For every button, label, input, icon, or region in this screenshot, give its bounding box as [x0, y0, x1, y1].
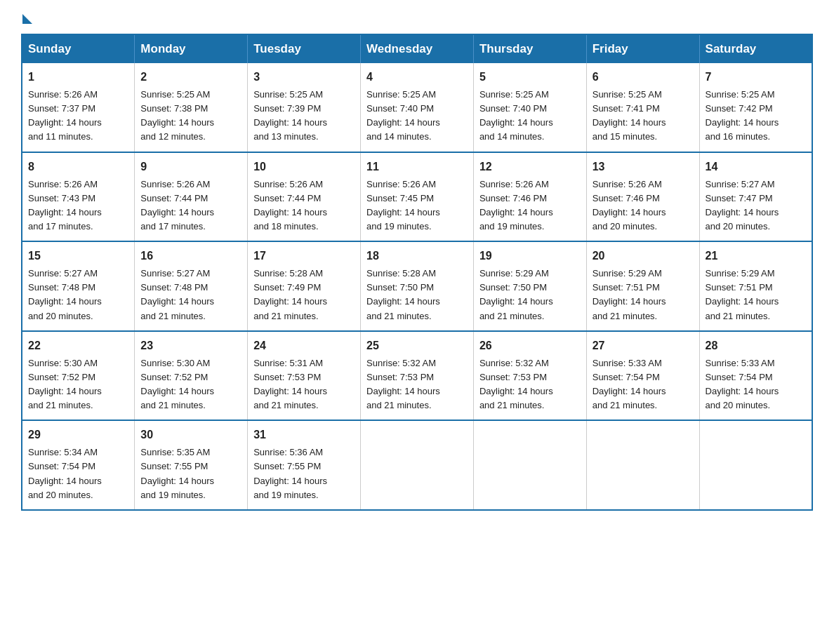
calendar-cell: 25 Sunrise: 5:32 AMSunset: 7:53 PMDaylig…: [361, 331, 474, 421]
day-number: 3: [253, 69, 355, 86]
weekday-header-tuesday: Tuesday: [248, 34, 361, 63]
day-number: 11: [366, 159, 468, 175]
day-number: 22: [28, 337, 128, 354]
calendar-cell: 22 Sunrise: 5:30 AMSunset: 7:52 PMDaylig…: [22, 331, 135, 421]
day-number: 12: [479, 159, 581, 175]
calendar-cell: 28 Sunrise: 5:33 AMSunset: 7:54 PMDaylig…: [699, 331, 812, 421]
calendar-cell: 1 Sunrise: 5:26 AMSunset: 7:37 PMDayligh…: [22, 63, 135, 152]
day-number: 2: [140, 69, 241, 86]
calendar-cell: [586, 420, 699, 510]
calendar-cell: 29 Sunrise: 5:34 AMSunset: 7:54 PMDaylig…: [22, 420, 135, 510]
day-info: Sunrise: 5:34 AMSunset: 7:54 PMDaylight:…: [28, 447, 102, 499]
day-info: Sunrise: 5:32 AMSunset: 7:53 PMDaylight:…: [479, 358, 553, 410]
weekday-header-wednesday: Wednesday: [361, 34, 474, 63]
calendar-cell: 8 Sunrise: 5:26 AMSunset: 7:43 PMDayligh…: [22, 152, 135, 242]
day-info: Sunrise: 5:26 AMSunset: 7:45 PMDaylight:…: [366, 179, 440, 232]
day-info: Sunrise: 5:26 AMSunset: 7:44 PMDaylight:…: [253, 179, 327, 232]
day-info: Sunrise: 5:28 AMSunset: 7:49 PMDaylight:…: [253, 268, 327, 321]
day-info: Sunrise: 5:30 AMSunset: 7:52 PMDaylight:…: [28, 358, 102, 410]
day-info: Sunrise: 5:29 AMSunset: 7:51 PMDaylight:…: [593, 268, 666, 321]
day-number: 24: [253, 337, 355, 354]
calendar-cell: 19 Sunrise: 5:29 AMSunset: 7:50 PMDaylig…: [473, 241, 586, 331]
day-number: 29: [28, 427, 128, 443]
day-number: 21: [706, 248, 806, 264]
day-info: Sunrise: 5:35 AMSunset: 7:55 PMDaylight:…: [140, 447, 214, 499]
day-number: 17: [253, 248, 355, 264]
day-number: 18: [366, 248, 468, 264]
day-number: 30: [140, 427, 241, 443]
calendar-cell: 15 Sunrise: 5:27 AMSunset: 7:48 PMDaylig…: [22, 241, 135, 331]
day-info: Sunrise: 5:32 AMSunset: 7:53 PMDaylight:…: [366, 358, 440, 410]
calendar-cell: 5 Sunrise: 5:25 AMSunset: 7:40 PMDayligh…: [473, 63, 586, 152]
weekday-header-monday: Monday: [135, 34, 248, 63]
calendar-body: 1 Sunrise: 5:26 AMSunset: 7:37 PMDayligh…: [22, 63, 812, 510]
calendar-cell: 9 Sunrise: 5:26 AMSunset: 7:44 PMDayligh…: [135, 152, 248, 242]
calendar-cell: 23 Sunrise: 5:30 AMSunset: 7:52 PMDaylig…: [135, 331, 248, 421]
day-info: Sunrise: 5:26 AMSunset: 7:44 PMDaylight:…: [140, 179, 214, 232]
calendar-cell: 12 Sunrise: 5:26 AMSunset: 7:46 PMDaylig…: [473, 152, 586, 242]
day-info: Sunrise: 5:25 AMSunset: 7:39 PMDaylight:…: [253, 89, 327, 142]
calendar-cell: 27 Sunrise: 5:33 AMSunset: 7:54 PMDaylig…: [586, 331, 699, 421]
day-info: Sunrise: 5:26 AMSunset: 7:46 PMDaylight:…: [479, 179, 553, 232]
weekday-header-saturday: Saturday: [699, 34, 812, 63]
day-info: Sunrise: 5:29 AMSunset: 7:50 PMDaylight:…: [479, 268, 553, 321]
day-info: Sunrise: 5:25 AMSunset: 7:41 PMDaylight:…: [593, 89, 666, 142]
weekday-header-thursday: Thursday: [473, 34, 586, 63]
calendar-cell: [473, 420, 586, 510]
day-number: 19: [479, 248, 581, 264]
day-number: 23: [140, 337, 241, 354]
day-info: Sunrise: 5:25 AMSunset: 7:40 PMDaylight:…: [366, 89, 440, 142]
calendar-table: SundayMondayTuesdayWednesdayThursdayFrid…: [21, 34, 813, 511]
day-info: Sunrise: 5:36 AMSunset: 7:55 PMDaylight:…: [253, 447, 327, 499]
day-info: Sunrise: 5:26 AMSunset: 7:46 PMDaylight:…: [593, 179, 666, 232]
calendar-cell: 7 Sunrise: 5:25 AMSunset: 7:42 PMDayligh…: [699, 63, 812, 152]
calendar-cell: [361, 420, 474, 510]
calendar-cell: 31 Sunrise: 5:36 AMSunset: 7:55 PMDaylig…: [248, 420, 361, 510]
day-number: 7: [706, 69, 806, 86]
calendar-cell: 14 Sunrise: 5:27 AMSunset: 7:47 PMDaylig…: [699, 152, 812, 242]
day-info: Sunrise: 5:27 AMSunset: 7:47 PMDaylight:…: [706, 179, 779, 232]
day-number: 31: [253, 427, 355, 443]
calendar-cell: 30 Sunrise: 5:35 AMSunset: 7:55 PMDaylig…: [135, 420, 248, 510]
calendar-cell: 16 Sunrise: 5:27 AMSunset: 7:48 PMDaylig…: [135, 241, 248, 331]
calendar-cell: [699, 420, 812, 510]
day-number: 16: [140, 248, 241, 264]
weekday-header-row: SundayMondayTuesdayWednesdayThursdayFrid…: [22, 34, 812, 63]
day-number: 25: [366, 337, 468, 354]
day-number: 10: [253, 159, 355, 175]
day-number: 1: [28, 69, 128, 86]
calendar-week-row: 15 Sunrise: 5:27 AMSunset: 7:48 PMDaylig…: [22, 241, 812, 331]
weekday-header-sunday: Sunday: [22, 34, 135, 63]
calendar-cell: 17 Sunrise: 5:28 AMSunset: 7:49 PMDaylig…: [248, 241, 361, 331]
day-info: Sunrise: 5:29 AMSunset: 7:51 PMDaylight:…: [706, 268, 779, 321]
day-number: 4: [366, 69, 468, 86]
weekday-header-friday: Friday: [586, 34, 699, 63]
calendar-cell: 13 Sunrise: 5:26 AMSunset: 7:46 PMDaylig…: [586, 152, 699, 242]
day-number: 20: [593, 248, 694, 264]
day-number: 27: [593, 337, 694, 354]
calendar-cell: 20 Sunrise: 5:29 AMSunset: 7:51 PMDaylig…: [586, 241, 699, 331]
day-number: 8: [28, 159, 128, 175]
day-info: Sunrise: 5:25 AMSunset: 7:40 PMDaylight:…: [479, 89, 553, 142]
page-header: [21, 14, 813, 27]
calendar-header: SundayMondayTuesdayWednesdayThursdayFrid…: [22, 34, 812, 63]
day-info: Sunrise: 5:30 AMSunset: 7:52 PMDaylight:…: [140, 358, 214, 410]
day-info: Sunrise: 5:33 AMSunset: 7:54 PMDaylight:…: [706, 358, 779, 410]
calendar-cell: 24 Sunrise: 5:31 AMSunset: 7:53 PMDaylig…: [248, 331, 361, 421]
calendar-cell: 2 Sunrise: 5:25 AMSunset: 7:38 PMDayligh…: [135, 63, 248, 152]
day-info: Sunrise: 5:26 AMSunset: 7:43 PMDaylight:…: [28, 179, 102, 232]
day-number: 9: [140, 159, 241, 175]
day-number: 6: [593, 69, 694, 86]
calendar-cell: 11 Sunrise: 5:26 AMSunset: 7:45 PMDaylig…: [361, 152, 474, 242]
calendar-cell: 26 Sunrise: 5:32 AMSunset: 7:53 PMDaylig…: [473, 331, 586, 421]
calendar-week-row: 22 Sunrise: 5:30 AMSunset: 7:52 PMDaylig…: [22, 331, 812, 421]
logo-arrow-icon: [22, 14, 32, 24]
day-number: 26: [479, 337, 581, 354]
day-info: Sunrise: 5:25 AMSunset: 7:38 PMDaylight:…: [140, 89, 214, 142]
calendar-week-row: 1 Sunrise: 5:26 AMSunset: 7:37 PMDayligh…: [22, 63, 812, 152]
day-number: 13: [593, 159, 694, 175]
calendar-week-row: 8 Sunrise: 5:26 AMSunset: 7:43 PMDayligh…: [22, 152, 812, 242]
calendar-cell: 3 Sunrise: 5:25 AMSunset: 7:39 PMDayligh…: [248, 63, 361, 152]
calendar-cell: 6 Sunrise: 5:25 AMSunset: 7:41 PMDayligh…: [586, 63, 699, 152]
day-info: Sunrise: 5:31 AMSunset: 7:53 PMDaylight:…: [253, 358, 327, 410]
